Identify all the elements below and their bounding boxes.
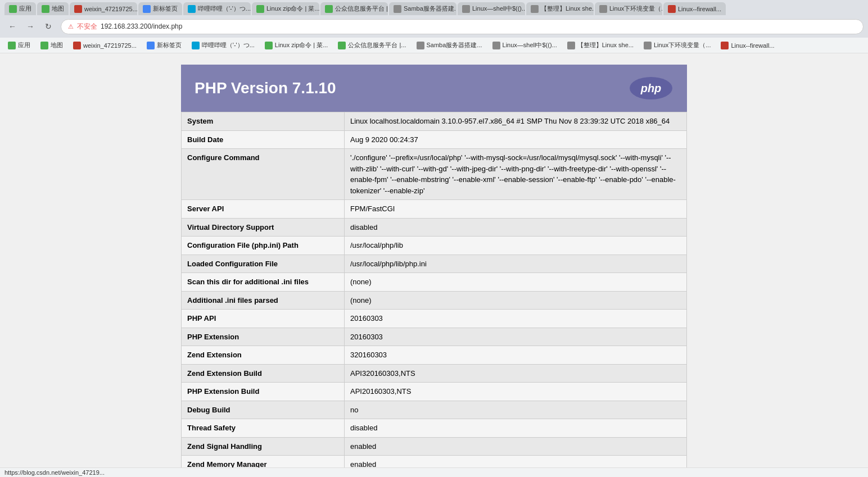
tab-item[interactable]: 【整理】Linux she...	[526, 2, 594, 15]
tab-label: Linux zip命令 | 菜...	[266, 4, 319, 13]
table-row: SystemLinux localhost.localdomain 3.10.0…	[182, 112, 687, 131]
table-cell-value: API320160303,NTS	[345, 364, 687, 383]
tab-favicon	[394, 5, 401, 13]
table-row: Additional .ini files parsed(none)	[182, 291, 687, 310]
bookmark-weixin[interactable]: weixin_47219725...	[70, 40, 140, 51]
table-cell-key: System	[182, 112, 345, 131]
bookmark-label: 应用	[18, 41, 30, 49]
tab-label: Linux—shell中$(()...	[472, 4, 525, 13]
browser-tabs: 应用 地图 weixin_47219725... 新标签页 哔哩哔哩（'-'）つ…	[0, 0, 868, 15]
bookmark-apps[interactable]: 应用	[4, 40, 34, 51]
tab-item[interactable]: Linux—shell中$(()...	[458, 2, 525, 15]
tab-item[interactable]: 公众信息服务平台 |...	[320, 2, 388, 15]
bookmark-shell1[interactable]: Linux—shell中$(()...	[489, 40, 560, 51]
bookmark-public-info[interactable]: 公众信息服务平台 |...	[334, 40, 409, 51]
bookmark-envvar[interactable]: Linux下环境变量（...	[640, 40, 714, 51]
table-cell-value: (none)	[345, 273, 687, 292]
bookmark-label: 地图	[51, 41, 63, 49]
table-row: Scan this dir for additional .ini files(…	[182, 273, 687, 292]
bookmark-newtab[interactable]: 新标签页	[143, 40, 185, 51]
tab-label: Samba服务器搭建...	[404, 4, 456, 13]
php-header: PHP Version 7.1.10 php	[181, 65, 687, 112]
bookmark-samba[interactable]: Samba服务器搭建...	[413, 40, 486, 51]
bookmark-icon	[192, 42, 200, 49]
back-button[interactable]: ←	[4, 19, 20, 34]
status-bar: https://blog.csdn.net/weixin_47219...	[0, 467, 868, 477]
table-row: Zend Extension320160303	[182, 346, 687, 365]
tab-label: Linux下环境变量（...	[609, 4, 662, 13]
tab-favicon	[325, 5, 333, 13]
tab-favicon	[462, 5, 470, 13]
tab-favicon	[668, 5, 676, 13]
tab-item[interactable]: 应用	[4, 2, 36, 15]
table-cell-value: /usr/local/php/lib/php.ini	[345, 255, 687, 273]
table-cell-key: Additional .ini files parsed	[182, 291, 345, 310]
table-cell-value: Linux localhost.localdomain 3.10.0-957.e…	[345, 112, 687, 131]
table-cell-key: Configure Command	[182, 149, 345, 200]
bookmark-linuxzip[interactable]: Linux zip命令 | 菜...	[261, 40, 332, 51]
tab-label: 地图	[52, 4, 64, 13]
bookmark-label: 新标签页	[157, 41, 182, 49]
tab-label: weixin_47219725...	[84, 6, 137, 12]
nav-buttons: ← → ↻	[4, 19, 56, 34]
table-row: Thread Safetydisabled	[182, 419, 687, 438]
tab-item[interactable]: 哔哩哔哩（'-'）つ...	[183, 2, 251, 15]
address-text: 192.168.233.200/index.php	[101, 22, 182, 30]
tab-favicon	[9, 5, 17, 13]
tab-item[interactable]: weixin_47219725...	[70, 2, 137, 15]
table-cell-value: 20160303	[345, 310, 687, 328]
browser-toolbar: ← → ↻ ⚠ 不安全 192.168.233.200/index.php	[0, 15, 868, 38]
address-bar[interactable]: ⚠ 不安全 192.168.233.200/index.php	[61, 19, 864, 34]
tab-favicon	[599, 5, 607, 13]
bookmark-label: 【整理】Linux she...	[577, 41, 634, 49]
bookmark-firewall[interactable]: Linux--firewall...	[717, 40, 777, 51]
tab-label: 公众信息服务平台 |...	[335, 4, 388, 13]
tab-item[interactable]: Linux zip命令 | 菜...	[252, 2, 319, 15]
tab-item[interactable]: 地图	[37, 2, 69, 15]
bookmark-label: Linux—shell中$(()...	[503, 41, 557, 49]
table-cell-key: PHP API	[182, 310, 345, 328]
table-cell-key: Server API	[182, 200, 345, 219]
browser-chrome: 应用 地图 weixin_47219725... 新标签页 哔哩哔哩（'-'）つ…	[0, 0, 868, 53]
tab-item[interactable]: Linux--firewall...	[663, 2, 726, 15]
bookmark-label: Linux下环境变量（...	[654, 41, 711, 49]
insecure-label: 不安全	[77, 22, 97, 31]
tab-item[interactable]: Samba服务器搭建...	[389, 2, 456, 15]
bookmark-shell2[interactable]: 【整理】Linux she...	[564, 40, 637, 51]
tab-label: 【整理】Linux she...	[541, 4, 594, 13]
table-row: Configuration File (php.ini) Path/usr/lo…	[182, 237, 687, 255]
table-cell-value: no	[345, 401, 687, 419]
table-cell-value: API20160303,NTS	[345, 383, 687, 401]
table-row: Debug Buildno	[182, 401, 687, 419]
main-content: PHP Version 7.1.10 php SystemLinux local…	[0, 53, 868, 477]
phpinfo-container: PHP Version 7.1.10 php SystemLinux local…	[181, 65, 687, 477]
bookmark-label: Samba服务器搭建...	[427, 41, 482, 49]
table-row: Zend Extension BuildAPI320160303,NTS	[182, 364, 687, 383]
table-cell-value: disabled	[345, 419, 687, 438]
bookmark-label: Linux zip命令 | 菜...	[275, 41, 328, 49]
table-cell-value: 320160303	[345, 346, 687, 365]
bookmark-icon	[567, 42, 575, 49]
table-cell-key: Zend Extension Build	[182, 364, 345, 383]
tab-item[interactable]: 新标签页	[138, 2, 182, 15]
table-cell-value: FPM/FastCGI	[345, 200, 687, 219]
tab-label: 应用	[19, 4, 31, 13]
table-row: PHP API20160303	[182, 310, 687, 328]
reload-button[interactable]: ↻	[40, 19, 56, 34]
table-row: Virtual Directory Supportdisabled	[182, 218, 687, 237]
bookmark-map[interactable]: 地图	[37, 40, 66, 51]
tab-item[interactable]: Linux下环境变量（...	[595, 2, 662, 15]
bookmark-icon	[417, 42, 424, 49]
svg-text:php: php	[640, 82, 662, 94]
bookmark-label: 公众信息服务平台 |...	[348, 41, 406, 49]
forward-button[interactable]: →	[22, 19, 38, 34]
table-row: Zend Signal Handlingenabled	[182, 437, 687, 456]
bookmark-label: 哔哩哔哩（'-'）つ...	[202, 41, 255, 49]
insecure-icon: ⚠	[68, 23, 74, 30]
table-cell-key: Loaded Configuration File	[182, 255, 345, 273]
tab-label: Linux--firewall...	[678, 6, 721, 12]
table-cell-value: './configure' '--prefix=/usr/local/php' …	[345, 149, 687, 200]
tab-favicon	[143, 5, 151, 13]
tab-label: 哔哩哔哩（'-'）つ...	[198, 4, 251, 13]
bookmark-bilibili[interactable]: 哔哩哔哩（'-'）つ...	[188, 40, 258, 51]
